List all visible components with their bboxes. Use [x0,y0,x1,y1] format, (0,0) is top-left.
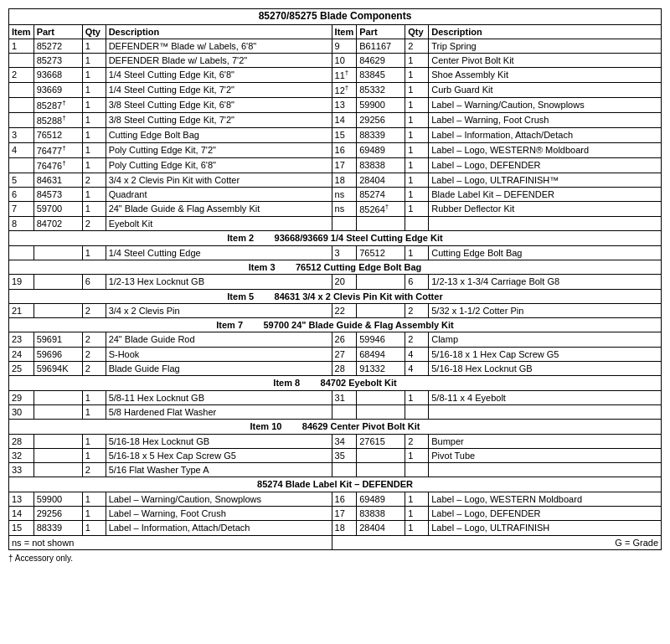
cell-desc: Label – Logo, ULTRAFINISH™ [429,173,662,187]
cell-qty: 1 [82,113,106,128]
cell-part: 59900 [357,98,405,113]
cell-desc [429,463,662,477]
table-row: 5 84631 2 3/4 x 2 Clevis Pin Kit with Co… [9,173,662,187]
cell-desc [429,404,662,419]
table-row: 93669 1 1/4 Steel Cutting Edge Kit, 7'2"… [9,83,662,98]
cell-qty: 1 [82,390,106,404]
cell-desc: 5/8 Hardened Flat Washer [106,404,332,419]
section-title: 85274 Blade Label Kit – DEFENDER [9,477,662,492]
cell-part: 69489 [357,492,405,506]
cell-item: 16 [332,142,357,157]
cell-item: 7 [9,202,34,217]
cell-item: 28 [9,434,34,448]
cell-item: 18 [332,521,357,535]
cell-part: 69489 [357,142,405,157]
cell-desc: Cutting Edge Bolt Bag [106,128,332,142]
cell-item: 11† [332,68,357,83]
cell-desc: Label – Logo, DEFENDER [429,506,662,520]
cell-desc: Eyebolt Kit [106,217,332,231]
cell-part: 85288† [34,113,82,128]
table-row: 25 59694K 2 Blade Guide Flag 28 91332 4 … [9,362,662,376]
cell-qty: 1 [82,404,106,419]
cell-part [357,217,405,231]
cell-part: 83838 [357,506,405,520]
cell-qty: 1 [405,157,429,173]
table-row: 2 93668 1 1/4 Steel Cutting Edge Kit, 6'… [9,68,662,83]
cell-desc: 5/32 x 1-1/2 Cotter Pin [429,303,662,317]
section-title: Item 10 84629 Center Pivot Bolt Kit [9,420,662,434]
cell-part [34,448,82,462]
cell-item: 12† [332,83,357,98]
table-row: 3 76512 1 Cutting Edge Bolt Bag 15 88339… [9,128,662,142]
cell-part: 29256 [357,113,405,128]
cell-qty: 1 [82,128,106,142]
cell-desc: 1/2-13 x 1-3/4 Carriage Bolt G8 [429,275,662,289]
cell-part: 83845 [357,68,405,83]
cell-item: 17 [332,506,357,520]
cell-item [332,404,357,419]
cell-desc: Shoe Assembly Kit [429,68,662,83]
cell-item [9,98,34,113]
table-row: 85288† 1 3/8 Steel Cutting Edge Kit, 7'2… [9,113,662,128]
table-row: 21 2 3/4 x 2 Clevis Pin 22 2 5/32 x 1-1/… [9,303,662,317]
cell-desc: Label – Warning, Foot Crush [429,113,662,128]
cell-item: 15 [9,521,34,535]
cell-part: 83838 [357,157,405,173]
cell-part: 28404 [357,173,405,187]
table-row: 7 59700 1 24" Blade Guide & Flag Assembl… [9,202,662,217]
cell-item: 20 [332,275,357,289]
cell-qty: 1 [82,39,106,53]
table-row: 4 76477† 1 Poly Cutting Edge Kit, 7'2" 1… [9,142,662,157]
cell-part: 28404 [357,521,405,535]
table-row: 23 59691 2 24" Blade Guide Rod 26 59946 … [9,332,662,347]
cell-part [34,390,82,404]
cell-desc: 3/4 x 2 Clevis Pin [106,303,332,317]
cell-desc: Cutting Edge Bolt Bag [429,245,662,260]
cell-item [9,113,34,128]
cell-desc: 3/8 Steel Cutting Edge Kit, 6'8" [106,98,332,113]
cell-desc: Blade Guide Flag [106,362,332,376]
cell-desc: Label – Logo, WESTERN Moldboard [429,492,662,506]
cell-desc: DEFENDER™ Blade w/ Labels, 6'8" [106,39,332,53]
cell-item: 32 [9,448,34,462]
cell-qty: 1 [405,128,429,142]
cell-part: 91332 [357,362,405,376]
cell-qty: 1 [82,202,106,217]
section-header-item7: Item 7 59700 24" Blade Guide & Flag Asse… [9,318,662,332]
cell-part: 76512 [34,128,82,142]
cell-item: 25 [9,362,34,376]
cell-item [9,245,34,260]
cell-qty: 1 [405,506,429,520]
cell-part: 27615 [357,434,405,448]
cell-desc: Clamp [429,332,662,347]
cell-qty: 1 [405,83,429,98]
cell-desc: Label – Warning/Caution, Snowplows [429,98,662,113]
cell-desc: Pivot Tube [429,448,662,462]
table-row: 1 1/4 Steel Cutting Edge 3 76512 1 Cutti… [9,245,662,260]
cell-item: 5 [9,173,34,187]
cell-part [357,275,405,289]
cell-desc: DEFENDER Blade w/ Labels, 7'2" [106,54,332,68]
cell-qty [405,463,429,477]
header-desc-left: Description [106,24,332,39]
cell-desc: 5/16-18 x 1 Hex Cap Screw G5 [429,347,662,361]
section-header-blade-label: 85274 Blade Label Kit – DEFENDER [9,477,662,492]
header-row: Item Part Qty Description Item Part Qty … [9,24,662,39]
cell-qty [405,404,429,419]
cell-part: 29256 [34,506,82,520]
table-row: 15 88339 1 Label – Information, Attach/D… [9,521,662,535]
cell-item: 4 [9,142,34,157]
table-row: 8 84702 2 Eyebolt Kit [9,217,662,231]
cell-part [34,245,82,260]
cell-qty: 1 [405,142,429,157]
cell-item: ns [332,202,357,217]
cell-desc: Label – Information, Attach/Detach [106,521,332,535]
cell-qty: 2 [82,332,106,347]
cell-desc: 1/4 Steel Cutting Edge Kit, 7'2" [106,83,332,98]
section-title: Item 7 59700 24" Blade Guide & Flag Asse… [9,318,662,332]
cell-part: 85272 [34,39,82,53]
cell-part: 76512 [357,245,405,260]
cell-item: 1 [9,39,34,53]
cell-qty: 4 [405,362,429,376]
cell-item: 3 [332,245,357,260]
